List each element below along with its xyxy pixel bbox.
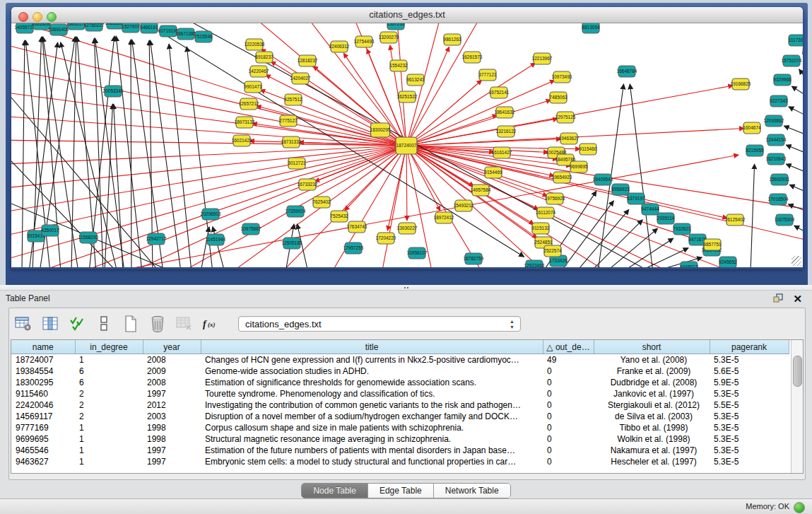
network-node[interactable]: 17016504 [768, 194, 789, 205]
row-height-icon[interactable] [94, 314, 114, 334]
table-cell[interactable]: 6 [75, 377, 143, 388]
network-node[interactable]: 9245652 [719, 257, 737, 267]
network-node[interactable]: 20053340 [103, 86, 124, 97]
network-node[interactable]: 16112074 [536, 207, 556, 218]
network-node[interactable]: 8813054 [582, 23, 600, 33]
table-cell[interactable]: Hescheler et al. (1997) [594, 456, 710, 467]
table-cell[interactable]: 1 [75, 422, 143, 433]
table-row[interactable]: 969969511998Structural magnetic resonanc… [11, 433, 789, 445]
table-cell[interactable]: 0 [543, 433, 594, 445]
table-cell[interactable]: 2003 [143, 411, 201, 422]
network-edge[interactable] [794, 226, 803, 233]
network-edge[interactable] [792, 86, 803, 96]
table-cell[interactable]: 1997 [143, 388, 201, 399]
table-cell[interactable]: Wolkin et al. (1998) [594, 433, 710, 445]
network-edge[interactable] [799, 69, 803, 80]
network-edge[interactable] [406, 115, 498, 146]
table-cell[interactable]: 2 [75, 411, 143, 422]
table-cell[interactable]: 1 [75, 354, 143, 366]
network-edge[interactable] [396, 23, 406, 146]
network-node[interactable]: 12760227 [84, 23, 105, 31]
function-builder-icon[interactable]: f (x) [201, 314, 221, 334]
network-node[interactable]: 9857751 [703, 239, 722, 250]
network-node[interactable]: 16671385 [176, 28, 196, 40]
network-node[interactable]: 9699695 [570, 161, 588, 173]
network-node[interactable]: 2935114 [657, 213, 675, 224]
network-node[interactable]: 17957255 [343, 243, 364, 254]
network-node[interactable]: 7625402 [312, 197, 331, 208]
table-cell[interactable]: 2012 [143, 399, 201, 411]
scrollbar-thumb[interactable] [793, 356, 802, 387]
table-cell[interactable]: 9699695 [11, 433, 75, 445]
table-cell[interactable]: 9463627 [11, 456, 75, 467]
network-node[interactable]: 18973133 [235, 117, 255, 128]
network-node[interactable]: 15692931 [770, 174, 790, 185]
table-cell[interactable]: 1997 [143, 456, 201, 467]
table-cell[interactable]: de Silva et al. (2003) [594, 411, 710, 422]
network-node[interactable]: 2775127 [279, 115, 298, 127]
network-edge[interactable] [786, 164, 803, 173]
import-table-icon[interactable] [175, 314, 194, 334]
table-row[interactable]: 977716911998Corpus callosum shape and si… [11, 422, 789, 433]
network-node[interactable]: 14204027 [290, 73, 311, 84]
network-node[interactable]: 12975125 [555, 112, 576, 123]
network-node[interactable]: 15493212 [454, 200, 474, 211]
table-cell[interactable]: 5.3E-5 [710, 411, 789, 422]
network-node[interactable]: 12444154 [766, 134, 787, 146]
network-edge[interactable] [784, 126, 803, 135]
table-cell[interactable]: Estimation of significance thresholds fo… [201, 377, 543, 388]
network-node[interactable]: 18724007 [396, 137, 417, 154]
network-node[interactable]: 12093882 [764, 115, 784, 127]
network-node[interactable]: 9115460 [579, 144, 597, 155]
tab-node-table[interactable]: Node Table [302, 484, 368, 498]
network-node[interactable]: 13200279 [379, 32, 399, 43]
network-edge[interactable] [105, 104, 112, 267]
table-row[interactable]: 1938455462009Genome-wide association stu… [11, 366, 789, 377]
network-node[interactable]: 7932621 [673, 223, 691, 235]
table-cell[interactable]: 1998 [143, 422, 201, 433]
table-cell[interactable]: 5.3E-5 [710, 433, 789, 445]
table-cell[interactable]: 14569117 [11, 411, 75, 422]
column-header-name[interactable]: name [11, 340, 75, 354]
table-cell[interactable]: Yano et al. (2008) [594, 354, 710, 366]
table-cell[interactable]: 0 [543, 399, 594, 411]
table-cell[interactable]: Investigating the contribution of common… [201, 399, 543, 411]
network-node[interactable]: 8958923 [611, 184, 630, 195]
network-node[interactable]: 1557233 [387, 23, 405, 30]
network-edge[interactable] [209, 146, 406, 267]
table-row[interactable]: 1830029562008Estimation of significance … [11, 377, 789, 388]
network-edge[interactable] [406, 146, 407, 221]
network-node[interactable]: 18731332 [281, 136, 302, 148]
table-cell[interactable]: 0 [543, 388, 594, 399]
network-node[interactable]: 10973493 [552, 71, 572, 83]
network-edge[interactable] [406, 80, 555, 146]
table-cell[interactable]: 9465546 [11, 445, 75, 456]
table-cell[interactable]: 1 [75, 456, 143, 467]
network-node[interactable]: 7525432 [330, 211, 348, 222]
table-selector-dropdown[interactable]: citations_edges.txt ▲▼ [238, 316, 521, 332]
table-cell[interactable]: 0 [543, 366, 594, 377]
table-cell[interactable]: Genome-wide association studies in ADHD. [201, 366, 543, 377]
network-node[interactable]: 8918237 [255, 52, 273, 63]
network-node[interactable]: 1117304 [789, 35, 803, 46]
network-node[interactable]: 6379197 [627, 193, 645, 204]
column-header-year[interactable]: year [143, 340, 201, 354]
table-cell[interactable]: 0 [543, 445, 594, 456]
network-node[interactable]: 14220467 [249, 66, 269, 77]
network-node[interactable]: 22406312 [329, 41, 350, 52]
network-node[interactable]: 14957584 [471, 185, 491, 196]
table-cell[interactable]: 1 [75, 433, 143, 445]
network-node[interactable]: 12923468 [524, 260, 545, 267]
network-node[interactable]: 12754493 [354, 36, 375, 47]
tab-network-table[interactable]: Network Table [434, 484, 510, 498]
network-node[interactable]: 10958107 [407, 247, 428, 259]
table-cell[interactable]: 2 [75, 388, 143, 399]
network-node[interactable]: 16210643 [766, 153, 787, 165]
table-cell[interactable]: 5.6E-5 [710, 366, 789, 377]
table-cell[interactable]: 2 [75, 399, 143, 411]
new-file-icon[interactable] [121, 314, 141, 334]
table-cell[interactable]: Structural magnetic resonance image aver… [201, 433, 543, 445]
tab-edge-table[interactable]: Edge Table [368, 484, 434, 498]
table-cell[interactable]: Changes of HCN gene expression and I(f) … [201, 354, 543, 366]
network-node[interactable]: 16782759 [464, 253, 484, 264]
